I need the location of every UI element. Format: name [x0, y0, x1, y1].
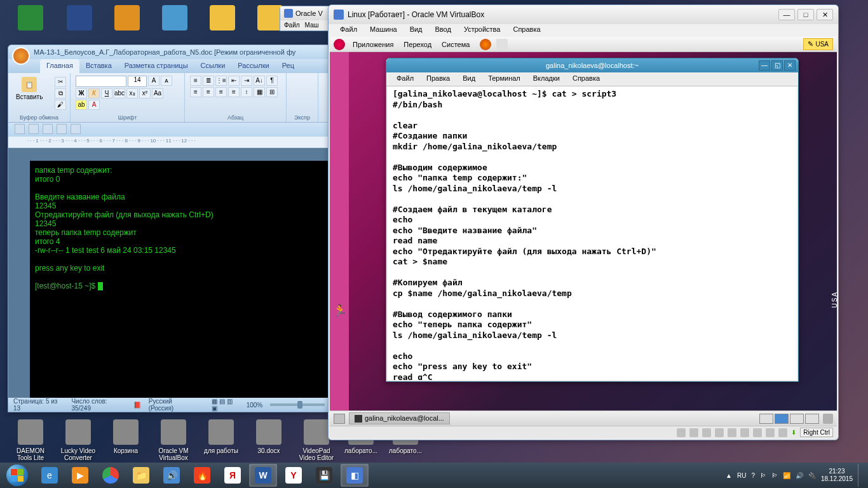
vbox-host-key[interactable]: Right Ctrl — [800, 428, 833, 437]
battery-icon[interactable]: 🔌 — [808, 472, 816, 479]
flag-icon[interactable]: 🏳 — [760, 472, 766, 479]
task-wmp[interactable]: ▶ — [66, 464, 94, 487]
view-buttons[interactable]: ▦ ▤ ▥ ▣ — [212, 398, 238, 412]
maximize-button[interactable]: □ — [797, 9, 814, 20]
task-word[interactable]: W — [249, 464, 277, 487]
language-button[interactable]: RU — [737, 472, 746, 479]
increase-indent-button[interactable]: ⇥ — [241, 76, 252, 86]
taskbar-terminal-button[interactable]: galina_nikolaeva@local... — [349, 412, 450, 424]
system-menu[interactable]: Система — [437, 39, 475, 50]
desktop-icon[interactable]: Lucky Video Converter — [59, 419, 97, 461]
zoom-percent[interactable]: 100% — [247, 402, 263, 409]
desktop-icon[interactable] — [203, 5, 241, 33]
tab-review[interactable]: Рец — [276, 59, 301, 73]
justify-button[interactable]: ≡ — [228, 87, 240, 97]
task-torch[interactable]: 🔥 — [188, 464, 216, 487]
bullets-button[interactable]: ≡ — [190, 76, 201, 86]
applications-menu[interactable]: Приложения — [348, 39, 398, 50]
menu-devices[interactable]: Устройства — [458, 24, 507, 37]
task-yandex[interactable]: Я — [219, 464, 247, 487]
task-virtualbox[interactable]: ◧ — [341, 464, 369, 487]
align-center-button[interactable]: ≡ — [203, 87, 214, 97]
desktop-icon[interactable] — [11, 5, 50, 33]
gnome-terminal-titlebar[interactable]: galina_nikolaeva@localhost:~ ― ◱ ✕ — [386, 58, 798, 72]
menu-machine[interactable]: Машина — [363, 24, 403, 37]
font-color-button[interactable]: A — [88, 100, 100, 110]
help-icon[interactable]: ? — [751, 472, 755, 479]
language-indicator[interactable]: Русский (Россия) — [149, 398, 197, 412]
shrink-font-button[interactable]: ᴀ — [161, 76, 172, 86]
menu-file[interactable]: Файл — [334, 24, 363, 37]
places-menu[interactable]: Переход — [398, 39, 437, 50]
trash-icon[interactable] — [823, 414, 833, 424]
grow-font-button[interactable]: A — [148, 76, 159, 86]
desktop-icon[interactable]: DAEMON Tools Lite — [11, 419, 50, 461]
numbering-button[interactable]: ≣ — [203, 76, 214, 86]
font-size-combo[interactable]: 14 — [128, 76, 147, 87]
office-button[interactable] — [12, 47, 30, 65]
close-button[interactable]: ✕ — [817, 9, 833, 20]
vbox-mgr-file-menu[interactable]: Файл — [284, 22, 300, 29]
task-sound[interactable]: 🔊 — [158, 464, 186, 487]
network-icon[interactable]: 📶 — [783, 472, 790, 479]
task-daemon[interactable]: 💾 — [310, 464, 338, 487]
gterm-menu-terminal[interactable]: Терминал — [482, 72, 527, 86]
workspace-2[interactable] — [775, 414, 789, 424]
subscript-button[interactable]: x₂ — [126, 88, 138, 98]
tray-expand-icon[interactable]: ▲ — [726, 472, 732, 479]
format-painter-button[interactable]: 🖌 — [55, 100, 66, 110]
desktop-icon[interactable]: Oracle VM VirtualBox — [154, 419, 193, 461]
gterm-maximize-button[interactable]: ◱ — [771, 60, 783, 71]
home-icon[interactable] — [496, 39, 508, 50]
paste-button[interactable]: 📋 Вставить — [13, 76, 45, 102]
underline-button[interactable]: Ч — [101, 88, 112, 98]
workspace-4[interactable] — [805, 414, 819, 424]
volume-icon[interactable]: 🔊 — [796, 472, 803, 479]
word-ruler[interactable]: · · · 1 · · · 2 · · · 3 · · · 4 · · · 5 … — [8, 137, 330, 148]
change-case-button[interactable]: Aa — [152, 88, 163, 98]
italic-button[interactable]: К — [88, 88, 100, 98]
vbox-cd-icon[interactable] — [689, 428, 698, 437]
gterm-menu-help[interactable]: Справка — [566, 72, 606, 86]
task-ie[interactable]: e — [36, 464, 64, 487]
task-chrome[interactable] — [97, 464, 125, 487]
vbox-net-icon[interactable] — [715, 428, 724, 437]
save-button[interactable] — [15, 124, 25, 134]
vbox-usb-icon[interactable] — [728, 428, 736, 437]
gterm-menu-edit[interactable]: Правка — [420, 72, 456, 86]
keyboard-layout-indicator[interactable]: USA — [803, 38, 833, 50]
cut-button[interactable]: ✂ — [55, 77, 66, 87]
vbox-audio-icon[interactable] — [702, 428, 711, 437]
vbox-shared-icon[interactable] — [740, 428, 749, 437]
word-titlebar[interactable]: МА-13-1_Белоусов_А.Г_Лабораторная_работа… — [8, 45, 330, 59]
show-desktop-button[interactable] — [334, 414, 345, 424]
word-count[interactable]: Число слов: 35/249 — [71, 398, 125, 412]
page-indicator[interactable]: Страница: 5 из 13 — [13, 398, 64, 412]
superscript-button[interactable]: x² — [139, 88, 151, 98]
tab-insert[interactable]: Вставка — [79, 59, 118, 73]
print-button[interactable] — [57, 124, 67, 134]
desktop-icon[interactable]: Корзина — [107, 419, 145, 454]
tab-home[interactable]: Главная — [40, 59, 79, 73]
gterm-close-button[interactable]: ✕ — [784, 60, 796, 71]
copy-button[interactable]: ⧉ — [55, 88, 66, 98]
decrease-indent-button[interactable]: ⇤ — [228, 76, 240, 86]
firefox-icon[interactable] — [480, 39, 491, 50]
align-left-button[interactable]: ≡ — [190, 87, 201, 97]
spell-check-button[interactable]: 📕 — [133, 402, 141, 409]
desktop-icon[interactable] — [108, 5, 146, 33]
distro-icon[interactable] — [334, 39, 345, 50]
borders-button[interactable]: ⊞ — [266, 87, 278, 97]
vbox-hdd-icon[interactable] — [677, 428, 686, 437]
menu-input[interactable]: Ввод — [429, 24, 458, 37]
vbox-record-icon[interactable] — [766, 428, 775, 437]
menu-help[interactable]: Справка — [506, 24, 546, 37]
highlight-button[interactable]: ab — [76, 100, 87, 110]
tab-mailings[interactable]: Рассылки — [231, 59, 275, 73]
redo-button[interactable] — [43, 124, 53, 134]
task-explorer[interactable]: 📁 — [127, 464, 155, 487]
workspace-3[interactable] — [790, 414, 804, 424]
desktop-icon[interactable]: для работы — [202, 419, 240, 454]
desktop-icon[interactable] — [156, 5, 194, 33]
vbox-mgr-machine-menu[interactable]: Маш — [305, 22, 319, 29]
